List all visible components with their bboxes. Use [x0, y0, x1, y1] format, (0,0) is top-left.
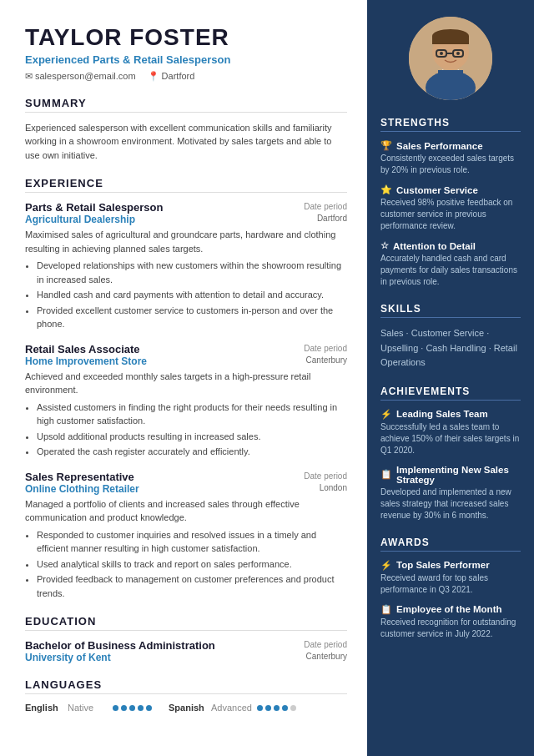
- dot-es-2: [265, 705, 271, 711]
- lang-spanish-dots: [257, 705, 296, 711]
- achievement-1-icon: ⚡: [380, 409, 392, 420]
- edu-location-1: Canterbury: [306, 652, 347, 661]
- location-value: Dartford: [162, 71, 195, 81]
- exp-item-2: Retail Sales Associate Date period Home …: [25, 343, 347, 459]
- strength-3: ☆ Attention to Detail Accurately handled…: [380, 240, 521, 288]
- achievement-2-title: 📋 Implementing New Sales Strategy: [380, 465, 521, 485]
- experience-section: EXPERIENCE Parts & Retail Salesperson Da…: [25, 177, 347, 600]
- award-2-desc: Received recognition for outstanding cus…: [380, 617, 521, 640]
- achievement-1: ⚡ Leading Sales Team Successfully led a …: [380, 409, 521, 456]
- lang-english: English Native: [25, 703, 152, 713]
- strength-2: ⭐ Customer Service Received 98% positive…: [380, 184, 521, 232]
- exp-date-2: Date period: [304, 344, 347, 353]
- exp-company-row-1: Agricultural Dealership Dartford: [25, 214, 347, 225]
- dot-es-5: [290, 705, 296, 711]
- achievement-2: 📋 Implementing New Sales Strategy Develo…: [380, 465, 521, 522]
- strength-3-title: ☆ Attention to Detail: [380, 240, 521, 251]
- strengths-title: STRENGTHS: [380, 117, 521, 132]
- svg-rect-4: [432, 36, 469, 44]
- achievements-section: ACHIEVEMENTS ⚡ Leading Sales Team Succes…: [380, 386, 521, 522]
- edu-item-1: Bachelor of Business Administration Date…: [25, 639, 347, 663]
- exp-bullets-3: Responded to customer inquiries and reso…: [25, 528, 347, 601]
- exp-header-2: Retail Sales Associate Date period: [25, 343, 347, 355]
- exp-location-3: London: [320, 483, 347, 492]
- education-title: EDUCATION: [25, 615, 347, 631]
- award-2: 📋 Employee of the Month Received recogni…: [380, 604, 521, 640]
- achievement-1-desc: Successfully led a sales team to achieve…: [380, 421, 521, 456]
- bullet-1-1: Developed relationships with new custome…: [37, 259, 347, 286]
- award-2-icon: 📋: [380, 604, 392, 615]
- strengths-section: STRENGTHS 🏆 Sales Performance Consistent…: [380, 117, 521, 288]
- exp-item-1: Parts & Retail Salesperson Date period A…: [25, 201, 347, 331]
- exp-bullets-2: Assisted customers in finding the right …: [25, 401, 347, 459]
- bullet-2-2: Upsold additional products resulting in …: [37, 430, 347, 444]
- bullet-3-2: Used analytical skills to track and repo…: [37, 557, 347, 572]
- edu-degree-1: Bachelor of Business Administration: [25, 639, 215, 652]
- strength-3-icon: ☆: [380, 240, 389, 251]
- strength-1: 🏆 Sales Performance Consistently exceede…: [380, 140, 521, 176]
- exp-company-row-3: Online Clothing Retailer London: [25, 483, 347, 495]
- bullet-1-3: Provided excellent customer service to c…: [37, 304, 347, 331]
- svg-rect-10: [438, 70, 463, 78]
- strength-1-title: 🏆 Sales Performance: [380, 140, 521, 151]
- strength-2-title: ⭐ Customer Service: [380, 184, 521, 195]
- experience-title: EXPERIENCE: [25, 177, 347, 193]
- award-2-title: 📋 Employee of the Month: [380, 604, 521, 615]
- lang-english-dots: [113, 705, 152, 711]
- bullet-1-2: Handled cash and card payments with atte…: [37, 288, 347, 302]
- dot-en-5: [146, 705, 152, 711]
- exp-role-2: Retail Sales Associate: [25, 343, 140, 355]
- right-column: STRENGTHS 🏆 Sales Performance Consistent…: [367, 0, 534, 756]
- location-info: 📍 Dartford: [148, 71, 195, 82]
- exp-header-1: Parts & Retail Salesperson Date period: [25, 201, 347, 214]
- education-section: EDUCATION Bachelor of Business Administr…: [25, 615, 347, 663]
- exp-desc-2: Achieved and exceeded monthly sales targ…: [25, 370, 347, 397]
- exp-company-row-2: Home Improvement Store Canterbury: [25, 355, 347, 367]
- dot-en-1: [113, 705, 118, 711]
- bullet-2-1: Assisted customers in finding the right …: [37, 401, 347, 428]
- exp-role-3: Sales Representative: [25, 471, 134, 483]
- summary-text: Experienced salesperson with excellent c…: [25, 121, 347, 163]
- edu-date-1: Date period: [304, 640, 347, 649]
- languages-row: English Native Spanish Advanced: [25, 703, 347, 713]
- awards-title: AWARDS: [380, 537, 521, 552]
- dot-es-4: [282, 705, 288, 711]
- dot-es-1: [257, 705, 263, 711]
- skills-section: SKILLS Sales · Customer Service · Upsell…: [380, 303, 521, 370]
- exp-date-3: Date period: [304, 471, 347, 481]
- edu-header-1: Bachelor of Business Administration Date…: [25, 639, 347, 652]
- summary-section: SUMMARY Experienced salesperson with exc…: [25, 97, 347, 163]
- lang-spanish-level: Advanced: [211, 703, 252, 713]
- lang-english-level: Native: [68, 703, 108, 713]
- exp-location-1: Dartford: [317, 214, 347, 223]
- achievement-1-title: ⚡ Leading Sales Team: [380, 409, 521, 420]
- email-icon: ✉: [25, 71, 33, 82]
- svg-point-8: [440, 52, 443, 55]
- dot-en-3: [129, 705, 135, 711]
- bullet-2-3: Operated the cash register accurately an…: [37, 445, 347, 459]
- dot-en-4: [138, 705, 144, 711]
- bullet-3-3: Provided feedback to management on custo…: [37, 572, 347, 600]
- achievements-title: ACHIEVEMENTS: [380, 386, 521, 401]
- exp-desc-3: Managed a portfolio of clients and incre…: [25, 497, 347, 525]
- lang-spanish: Spanish Advanced: [169, 703, 296, 713]
- email-info: ✉ salesperson@email.com: [25, 71, 136, 82]
- lang-spanish-name: Spanish: [169, 703, 206, 713]
- award-1-title: ⚡ Top Sales Performer: [380, 560, 521, 571]
- exp-desc-1: Maximised sales of agricultural and grou…: [25, 228, 347, 255]
- candidate-photo: [409, 17, 492, 100]
- exp-company-2: Home Improvement Store: [25, 355, 147, 367]
- location-icon: 📍: [148, 71, 159, 82]
- left-column: TAYLOR FOSTER Experienced Parts & Retail…: [0, 0, 367, 756]
- exp-header-3: Sales Representative Date period: [25, 471, 347, 483]
- header: TAYLOR FOSTER Experienced Parts & Retail…: [25, 25, 347, 82]
- dot-es-3: [274, 705, 280, 711]
- svg-point-9: [456, 52, 460, 55]
- exp-item-3: Sales Representative Date period Online …: [25, 471, 347, 601]
- skills-tags: Sales · Customer Service · Upselling · C…: [380, 326, 521, 370]
- exp-role-1: Parts & Retail Salesperson: [25, 201, 163, 214]
- languages-title: LANGUAGES: [25, 678, 347, 694]
- exp-location-2: Canterbury: [306, 355, 347, 365]
- strength-1-icon: 🏆: [380, 140, 392, 151]
- skills-title: SKILLS: [380, 303, 521, 318]
